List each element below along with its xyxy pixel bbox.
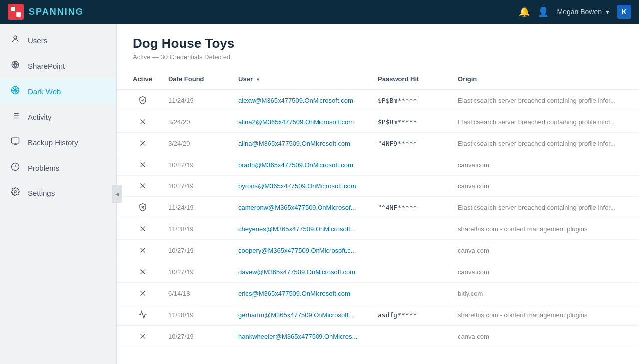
sidebar-item-settings[interactable]: Settings xyxy=(0,181,116,206)
cell-active xyxy=(117,240,160,261)
settings-icon xyxy=(10,187,21,199)
col-password-hit: Password Hit xyxy=(370,69,450,89)
cell-active xyxy=(117,89,160,111)
table-row: 11/28/19 cheyenes@M365x477509.OnMicrosof… xyxy=(117,218,639,240)
darkweb-icon xyxy=(10,86,21,97)
cell-origin: Elasticsearch server breached containing… xyxy=(450,197,639,218)
cell-user: alina@M365x477509.OnMicrosoft.com xyxy=(230,133,370,154)
k-badge[interactable]: K xyxy=(617,5,631,19)
main-layout: Users SharePoint Dark Web xyxy=(0,24,639,364)
cell-user: coopery@M365x477509.OnMicrosoft.c... xyxy=(230,240,370,261)
sidebar-label-problems: Problems xyxy=(28,164,59,172)
logo: SPANNING xyxy=(8,4,84,20)
col-date-found: Date Found xyxy=(160,69,230,89)
cell-active xyxy=(117,197,160,218)
table-row: 10/27/19 davew@M365x477509.OnMicrosoft.c… xyxy=(117,261,639,283)
cell-date: 10/27/19 xyxy=(160,154,230,176)
cell-origin: canva.com xyxy=(450,261,639,283)
active-icon xyxy=(133,96,152,105)
svg-rect-15 xyxy=(12,138,19,143)
cell-password xyxy=(370,176,450,197)
logo-text: SPANNING xyxy=(29,7,84,17)
sidebar-label-darkweb: Dark Web xyxy=(28,87,61,96)
main-content: Dog House Toys Active — 30 Credentials D… xyxy=(117,24,639,364)
person-icon xyxy=(10,35,21,46)
user-name-label: Megan Bowen xyxy=(557,8,602,16)
cell-user: gerhartm@M365x477509.OnMicrosoft... xyxy=(230,304,370,326)
account-icon[interactable]: 👤 xyxy=(538,6,549,17)
user-menu[interactable]: Megan Bowen ▾ xyxy=(557,8,609,16)
table-row: 10/27/19 hankwheeler@M365x477509.OnMicro… xyxy=(117,326,639,347)
active-icon xyxy=(133,310,152,319)
sidebar-item-problems[interactable]: Problems xyxy=(0,155,116,181)
cell-date: 10/27/19 xyxy=(160,326,230,347)
cell-password: "4NF9***** xyxy=(370,133,450,154)
cell-origin: canva.com xyxy=(450,154,639,176)
cell-date: 10/27/19 xyxy=(160,240,230,261)
active-icon xyxy=(133,267,152,276)
svg-rect-3 xyxy=(16,12,21,17)
table-row: 11/24/19 cameronw@M365x477509.OnMicrosof… xyxy=(117,197,639,218)
col-active: Active xyxy=(117,69,160,89)
logo-icon xyxy=(8,4,24,20)
cell-user: alina2@M365x477509.OnMicrosoft.com xyxy=(230,111,370,133)
cell-origin: Elasticsearch server breached containing… xyxy=(450,111,639,133)
notification-icon[interactable]: 🔔 xyxy=(519,6,530,17)
table-row: 11/28/19 gerhartm@M365x477509.OnMicrosof… xyxy=(117,304,639,326)
active-icon xyxy=(133,160,152,169)
svg-point-21 xyxy=(14,191,17,193)
sidebar-item-darkweb[interactable]: Dark Web xyxy=(0,79,116,104)
cell-date: 3/24/20 xyxy=(160,111,230,133)
col-origin: Origin xyxy=(450,69,639,89)
cell-active xyxy=(117,133,160,154)
cell-date: 6/14/18 xyxy=(160,283,230,304)
table-row: 3/24/20 alina2@M365x477509.OnMicrosoft.c… xyxy=(117,111,639,133)
svg-rect-2 xyxy=(11,12,15,17)
cell-date: 10/27/19 xyxy=(160,261,230,283)
table-row: 10/27/19 coopery@M365x477509.OnMicrosoft… xyxy=(117,240,639,261)
cell-user: cheyenes@M365x477509.OnMicrosoft... xyxy=(230,218,370,240)
cell-origin: Elasticsearch server breached containing… xyxy=(450,133,639,154)
col-user[interactable]: User ▾ xyxy=(230,69,370,89)
sidebar-item-users[interactable]: Users xyxy=(0,28,116,53)
active-icon xyxy=(133,203,152,212)
cell-password: $P$Bm***** xyxy=(370,89,450,111)
page-title: Dog House Toys xyxy=(133,36,623,51)
cell-password: asdfg***** xyxy=(370,304,450,326)
table-row: 3/24/20 alina@M365x477509.OnMicrosoft.co… xyxy=(117,133,639,154)
cell-active xyxy=(117,304,160,326)
problems-icon xyxy=(10,162,21,174)
cell-password: "^4NF***** xyxy=(370,197,450,218)
cell-date: 11/24/19 xyxy=(160,197,230,218)
table-row: 10/27/19 bradh@M365x477509.OnMicrosoft.c… xyxy=(117,154,639,176)
cell-active xyxy=(117,283,160,304)
active-icon xyxy=(133,139,152,148)
cell-origin: bitly.com xyxy=(450,283,639,304)
cell-active xyxy=(117,218,160,240)
page-subtitle: Active — 30 Credentials Detected xyxy=(133,53,623,61)
cell-user: bradh@M365x477509.OnMicrosoft.com xyxy=(230,154,370,176)
credentials-table: Active Date Found User ▾ Password Hit Or… xyxy=(117,69,639,347)
user-dropdown-arrow: ▾ xyxy=(606,8,609,16)
table-header-row: Active Date Found User ▾ Password Hit Or… xyxy=(117,69,639,89)
sidebar-item-activity[interactable]: Activity xyxy=(0,104,116,130)
cell-active xyxy=(117,261,160,283)
cell-user: hankwheeler@M365x477509.OnMicros... xyxy=(230,326,370,347)
cell-password xyxy=(370,154,450,176)
sidebar-label-backup-history: Backup History xyxy=(28,138,78,147)
active-icon xyxy=(133,117,152,126)
sidebar-item-sharepoint[interactable]: SharePoint xyxy=(0,53,116,79)
cell-active xyxy=(117,176,160,197)
app-header: SPANNING 🔔 👤 Megan Bowen ▾ K xyxy=(0,0,639,24)
table-row: 6/14/18 erics@M365x477509.OnMicrosoft.co… xyxy=(117,283,639,304)
sidebar-item-backup-history[interactable]: Backup History xyxy=(0,130,116,155)
credentials-table-container[interactable]: Active Date Found User ▾ Password Hit Or… xyxy=(117,69,639,364)
active-icon xyxy=(133,332,152,341)
sidebar-collapse-button[interactable]: ◀ xyxy=(112,185,122,203)
svg-point-4 xyxy=(14,36,17,39)
sidebar-label-users: Users xyxy=(28,36,47,45)
cell-date: 11/24/19 xyxy=(160,89,230,111)
cell-origin: canva.com xyxy=(450,240,639,261)
cell-user: erics@M365x477509.OnMicrosoft.com xyxy=(230,283,370,304)
cell-active xyxy=(117,154,160,176)
